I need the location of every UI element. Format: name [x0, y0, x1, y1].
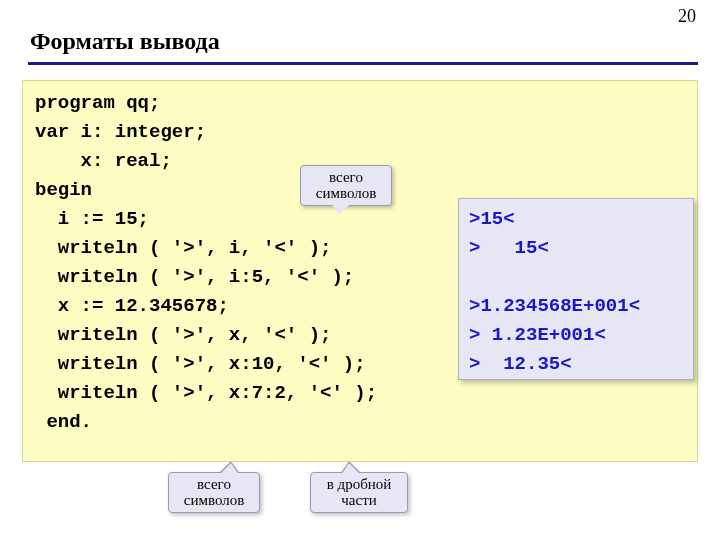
callout-label: всего символов	[184, 476, 245, 508]
slide-title: Форматы вывода	[30, 28, 220, 55]
callout-label: в дробной части	[327, 476, 392, 508]
callout-label: всего символов	[316, 169, 377, 201]
title-underline	[28, 62, 698, 65]
output-block: >15< > 15< >1.234568E+001< > 1.23E+001< …	[458, 198, 694, 380]
callout-decimal-part: в дробной части	[310, 472, 408, 513]
page-number: 20	[678, 6, 696, 27]
callout-total-chars-top: всего символов	[300, 165, 392, 206]
callout-total-chars-bottom: всего символов	[168, 472, 260, 513]
